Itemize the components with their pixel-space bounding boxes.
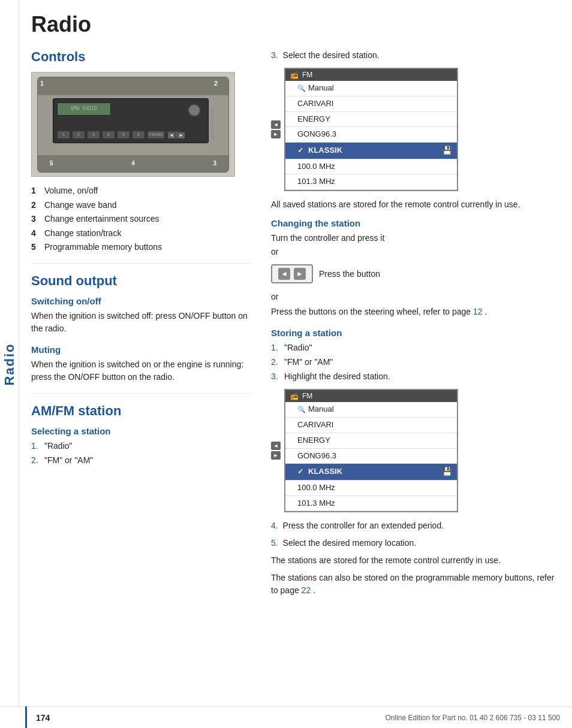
saved-stations-text: All saved stations are stored for the re… [271,198,560,211]
controls-text-3: Change entertainment sources [44,213,159,225]
fm-antenna-icon-2: 📻 [290,392,299,400]
fm-101-1: 101.3 MHz [297,176,335,188]
amfm-heading: AM/FM station [31,403,253,419]
controls-text-2: Change wave band [44,200,117,212]
fm-row-100-1: 100.0 MHz [285,159,457,175]
fm-row-carivari-2: CARIVARI [285,418,457,433]
fm-manual-text-2: Manual [308,403,334,416]
controls-heading: Controls [31,49,253,65]
checkmark-icon-2: ✓ [297,466,303,478]
selecting-step-2: 2. "FM" or "AM" [31,454,253,467]
step3-text: Select the desired station. [283,50,380,60]
page-ref-22[interactable]: 22 [302,585,311,595]
changing-text2: Press the buttons on the steering wheel,… [271,306,560,318]
selecting-step-text-1: "Radio" [44,440,73,452]
nav-left-btn-1[interactable]: ◄ [271,120,281,129]
fm-energy-2: ENERGY [297,434,330,447]
page-ref-12[interactable]: 12 [473,307,483,316]
nav-left-btn-2[interactable]: ◄ [271,442,281,450]
fm-header-text-1: FM [302,71,312,79]
storing-step-num-1: 1. [271,342,281,354]
storing-step-num-3: 3. [271,370,281,383]
controls-item-5: 5 Programmable memory buttons [31,241,253,253]
storing-step-3: 3. Highlight the desired station. [271,370,560,383]
press-button-text: Press the button [319,269,380,279]
storing-heading: Storing a station [271,328,560,338]
nav-right-btn-2[interactable]: ► [271,451,281,460]
controls-list: 1 Volume, on/off 2 Change wave band 3 Ch… [31,185,253,253]
muting-subheading: Muting [31,345,253,355]
controls-image-inner: BMW RADIO 1 2 3 4 5 6 [32,73,234,176]
controls-text-5: Programmable memory buttons [44,241,162,253]
footer: 174 Online Edition for Part no. 01 40 2 … [0,706,572,728]
fm-row-energy-2: ENERGY [285,433,457,449]
storing-step5-row: 5. Select the desired memory location. [271,537,560,549]
edition-text: Online Edition for Part no. 01 40 2 606 … [385,714,560,722]
press-button-row: ◄ ► Press the button [271,261,560,287]
page-number: 174 [36,713,50,723]
floppy-icon-1: 💾 [442,144,452,157]
fm-row-100-2: 100.0 MHz [285,481,457,496]
fm-display-2: 📻 FM 🔍 Manual CARIVARI ENERGY GONG96.3 [284,389,458,512]
or-text-2: or [271,291,560,303]
prev-next-button[interactable]: ◄ ► [271,264,313,283]
fm-row-manual-1: 🔍 Manual [285,81,457,96]
fm-carivari-1: CARIVARI [297,98,333,110]
controls-num-5: 5 [31,241,40,253]
or-text-1: or [271,246,560,258]
storing-step4-row: 4. Press the controller for an extended … [271,519,560,532]
storing-step-num-2: 2. [271,356,281,368]
controls-item-4: 4 Change station/track [31,228,253,240]
storing-step-text-3: Highlight the desired station. [284,370,390,383]
search-icon-1: 🔍 [297,83,306,94]
controls-num-2: 2 [31,200,40,212]
fm-display-2-wrapper: ◄ ► 📻 FM 🔍 Manual CARIVARI [271,389,560,512]
fm-row-klassik-1: ✓ KLASSIK 💾 [285,143,457,159]
storing-step-1: 1. "Radio" [271,342,560,354]
nav-right-btn-1[interactable]: ► [271,130,281,138]
storing-note2-suffix: . [313,585,315,595]
selecting-step-num-1: 1. [31,440,41,452]
storing-step4-text: Press the controller for an extended per… [283,521,444,530]
prev-arrow[interactable]: ◄ [278,268,290,280]
controls-text-4: Change station/track [44,228,121,240]
sound-output-heading: Sound output [31,273,253,289]
floppy-icon-2: 💾 [442,465,452,478]
changing-text1: Turn the controller and press it [271,232,560,244]
controls-num-1: 1 [31,185,40,197]
main-content: Radio Controls BMW RADIO [25,0,572,614]
step3-label: 3. Select the desired station. [271,49,560,62]
selecting-step-num-2: 2. [31,454,41,467]
selecting-subheading: Selecting a station [31,426,253,436]
fm-101-2: 101.3 MHz [297,497,335,510]
controls-num-4: 4 [31,228,40,240]
nav-arrows-2: ◄ ► [271,442,281,460]
fm-header-1: 📻 FM [285,69,457,81]
nav-arrows-1: ◄ ► [271,120,281,138]
page-title: Radio [31,12,560,37]
switching-subheading: Switching on/off [31,296,253,306]
fm-klassik-2: KLASSIK [308,466,342,478]
fm-100-2: 100.0 MHz [297,482,335,494]
fm-row-gong-2: GONG96.3 [285,449,457,464]
storing-note1: The stations are stored for the remote c… [271,554,560,567]
storing-step-2: 2. "FM" or "AM" [271,356,560,368]
search-icon-2: 🔍 [297,404,306,415]
fm-header-text-2: FM [302,392,312,400]
left-column: Controls BMW RADIO [31,49,253,602]
fm-carivari-2: CARIVARI [297,419,333,431]
selecting-step-text-2: "FM" or "AM" [44,454,93,467]
fm-row-gong-1: GONG96.3 [285,127,457,143]
fm-display-1-wrapper: ◄ ► 📻 FM 🔍 Manual CARIVARI [271,68,560,191]
fm-row-101-1: 101.3 MHz [285,174,457,190]
fm-header-2: 📻 FM [285,390,457,402]
next-arrow[interactable]: ► [294,268,306,280]
selecting-list: 1. "Radio" 2. "FM" or "AM" [31,440,253,467]
fm-row-energy-1: ENERGY [285,112,457,128]
fm-row-carivari-1: CARIVARI [285,96,457,112]
fm-100-1: 100.0 MHz [297,161,335,173]
switching-text: When the ignition is switched off: press… [31,310,253,335]
controls-text-1: Volume, on/off [44,185,98,197]
fm-gong-2: GONG96.3 [297,450,336,463]
controls-item-2: 2 Change wave band [31,200,253,212]
